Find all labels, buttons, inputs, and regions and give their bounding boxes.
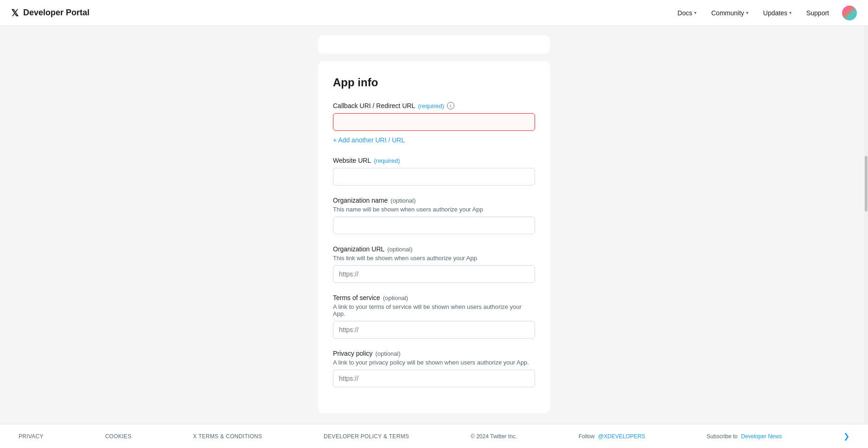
tos-group: Terms of service (optional) A link to yo… bbox=[333, 294, 535, 339]
callback-uri-info-icon[interactable]: i bbox=[447, 102, 454, 109]
footer-follow-handle[interactable]: @XDEVELOPERS bbox=[598, 433, 645, 440]
community-chevron-icon: ▾ bbox=[746, 10, 748, 15]
privacy-policy-group: Privacy policy (optional) A link to your… bbox=[333, 350, 535, 387]
tos-input[interactable] bbox=[333, 321, 535, 339]
main-content: App info Callback URI / Redirect URL (re… bbox=[0, 26, 868, 448]
privacy-policy-label-text: Privacy policy bbox=[333, 350, 373, 357]
org-url-label: Organization URL (optional) bbox=[333, 245, 535, 253]
org-url-group: Organization URL (optional) This link wi… bbox=[333, 245, 535, 283]
docs-chevron-icon: ▾ bbox=[694, 10, 696, 15]
footer-subscribe: Subscribe to Developer News bbox=[707, 433, 782, 440]
org-name-description: This name will be shown when users autho… bbox=[333, 206, 535, 213]
callback-uri-required: (required) bbox=[418, 102, 444, 109]
callback-uri-input[interactable] bbox=[333, 113, 535, 131]
footer-dev-policy[interactable]: Developer Policy & Terms bbox=[324, 433, 409, 440]
footer-cookies[interactable]: Cookies bbox=[105, 433, 132, 440]
nav-docs[interactable]: Docs ▾ bbox=[672, 6, 702, 20]
website-url-input[interactable] bbox=[333, 168, 535, 186]
org-name-label-text: Organization name bbox=[333, 197, 388, 204]
privacy-policy-label: Privacy policy (optional) bbox=[333, 350, 535, 357]
tos-optional: (optional) bbox=[383, 294, 408, 301]
callback-uri-group: Callback URI / Redirect URL (required) i… bbox=[333, 102, 535, 146]
community-label: Community bbox=[711, 9, 744, 17]
logo-area: 𝕏 Developer Portal bbox=[11, 7, 89, 19]
header-nav: Docs ▾ Community ▾ Updates ▾ Support bbox=[672, 6, 857, 20]
org-name-input[interactable] bbox=[333, 217, 535, 234]
top-partial-card bbox=[318, 35, 550, 54]
x-logo-icon: 𝕏 bbox=[11, 7, 19, 19]
website-url-label-text: Website URL bbox=[333, 157, 371, 164]
portal-title: Developer Portal bbox=[23, 8, 89, 18]
org-name-group: Organization name (optional) This name w… bbox=[333, 197, 535, 234]
footer-subscribe-link[interactable]: Developer News bbox=[741, 433, 782, 440]
footer-subscribe-label: Subscribe to bbox=[707, 433, 738, 440]
user-avatar[interactable] bbox=[842, 6, 857, 20]
footer-copyright: © 2024 Twitter Inc. bbox=[471, 433, 517, 440]
callback-uri-label: Callback URI / Redirect URL (required) i bbox=[333, 102, 535, 109]
nav-community[interactable]: Community ▾ bbox=[706, 6, 754, 20]
footer-privacy[interactable]: Privacy bbox=[19, 433, 44, 440]
footer-follow: Follow @XDEVELOPERS bbox=[579, 433, 645, 440]
org-url-optional: (optional) bbox=[387, 246, 412, 253]
footer-follow-label: Follow bbox=[579, 433, 595, 440]
website-url-label: Website URL (required) bbox=[333, 157, 535, 164]
tos-description: A link to your terms of service will be … bbox=[333, 303, 535, 317]
callback-uri-label-text: Callback URI / Redirect URL bbox=[333, 102, 415, 109]
org-url-input[interactable] bbox=[333, 265, 535, 283]
privacy-policy-input[interactable] bbox=[333, 370, 535, 387]
privacy-policy-optional: (optional) bbox=[376, 350, 401, 357]
privacy-policy-description: A link to your privacy policy will be sh… bbox=[333, 359, 535, 366]
app-info-title: App info bbox=[333, 76, 535, 89]
org-name-label: Organization name (optional) bbox=[333, 197, 535, 204]
footer-chevron-icon[interactable]: ❯ bbox=[843, 432, 849, 441]
website-url-group: Website URL (required) bbox=[333, 157, 535, 186]
org-url-description: This link will be shown when users autho… bbox=[333, 255, 535, 262]
scrollbar-thumb[interactable] bbox=[865, 156, 868, 211]
tos-label: Terms of service (optional) bbox=[333, 294, 535, 301]
scrollbar[interactable] bbox=[864, 26, 868, 448]
app-info-card: App info Callback URI / Redirect URL (re… bbox=[318, 61, 550, 413]
org-url-label-text: Organization URL bbox=[333, 245, 384, 253]
updates-chevron-icon: ▾ bbox=[789, 10, 791, 15]
footer: Privacy Cookies X Terms & Conditions Dev… bbox=[0, 424, 868, 448]
org-name-optional: (optional) bbox=[390, 197, 415, 204]
website-url-required: (required) bbox=[374, 157, 400, 164]
footer-x-terms[interactable]: X Terms & Conditions bbox=[193, 433, 262, 440]
tos-label-text: Terms of service bbox=[333, 294, 380, 301]
nav-support[interactable]: Support bbox=[801, 6, 835, 20]
docs-label: Docs bbox=[677, 9, 692, 17]
add-another-uri-button[interactable]: + Add another URI / URL bbox=[333, 134, 405, 146]
updates-label: Updates bbox=[763, 9, 787, 17]
header: 𝕏 Developer Portal Docs ▾ Community ▾ Up… bbox=[0, 0, 868, 26]
nav-updates[interactable]: Updates ▾ bbox=[758, 6, 797, 20]
